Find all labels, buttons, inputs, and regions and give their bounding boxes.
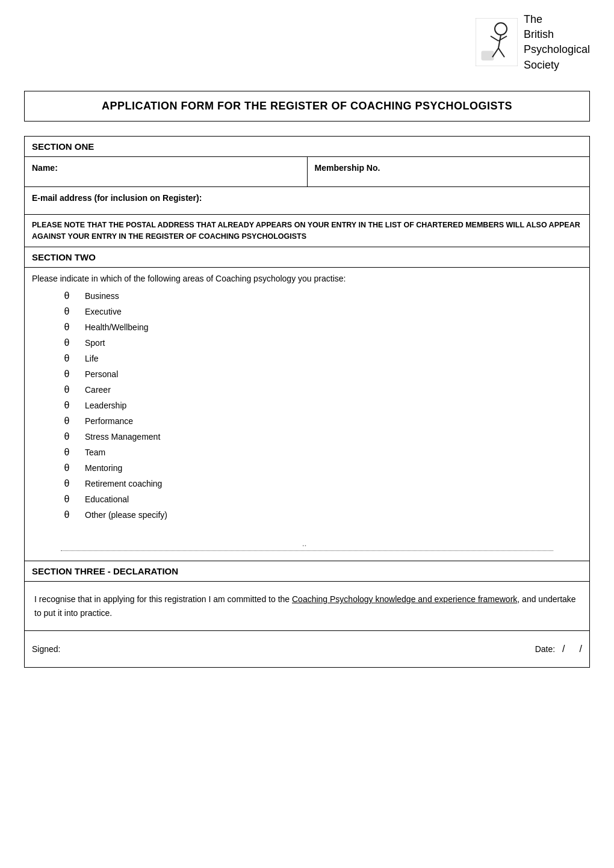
dotted-line-inner: ..: [61, 538, 553, 551]
list-item[interactable]: θHealth/Wellbeing: [61, 319, 582, 335]
date-label: Date:: [535, 644, 555, 654]
org-line4: Society: [524, 58, 590, 73]
logo-container: The British Psychological Society: [476, 12, 590, 73]
page-header: The British Psychological Society: [24, 12, 590, 79]
section-one-label: SECTION ONE: [32, 141, 94, 152]
area-label: Educational: [85, 494, 129, 504]
list-item[interactable]: θMentoring: [61, 460, 582, 476]
checkbox-symbol-icon: θ: [61, 447, 73, 458]
list-item[interactable]: θPersonal: [61, 366, 582, 382]
date-slash-2: /: [580, 644, 582, 654]
checkbox-symbol-icon: θ: [61, 494, 73, 505]
checkbox-symbol-icon: θ: [61, 337, 73, 348]
signed-date-row: Signed: Date: / /: [25, 631, 589, 667]
area-label: Stress Management: [85, 432, 160, 442]
list-item[interactable]: θStress Management: [61, 429, 582, 445]
checkbox-symbol-icon: θ: [61, 291, 73, 301]
area-label: Other (please specify): [85, 510, 167, 520]
membership-label: Membership No.: [315, 163, 380, 173]
area-label: Health/Wellbeing: [85, 322, 149, 332]
section-three-label: SECTION THREE - DECLARATION: [32, 566, 178, 576]
date-section: Date: / /: [535, 644, 582, 654]
section-three-header: SECTION THREE - DECLARATION: [25, 561, 589, 582]
notice-text: PLEASE NOTE THAT THE POSTAL ADDRESS THAT…: [32, 220, 582, 242]
area-label: Executive: [85, 307, 122, 316]
area-label: Life: [85, 354, 99, 363]
list-item[interactable]: θBusiness: [61, 288, 582, 304]
email-label: E-mail address (for inclusion on Registe…: [32, 193, 202, 203]
declaration-text-before: I recognise that in applying for this re…: [34, 594, 292, 604]
checkbox-symbol-icon: θ: [61, 322, 73, 333]
area-label: Personal: [85, 369, 118, 379]
list-item[interactable]: θCareer: [61, 382, 582, 398]
checkbox-symbol-icon: θ: [61, 509, 73, 520]
form-title-box: APPLICATION FORM FOR THE REGISTER OF COA…: [24, 91, 590, 122]
list-item[interactable]: θLeadership: [61, 398, 582, 413]
checkbox-symbol-icon: θ: [61, 353, 73, 364]
area-label: Career: [85, 385, 111, 395]
declaration-text-block: I recognise that in applying for this re…: [25, 582, 589, 631]
list-item[interactable]: θEducational: [61, 491, 582, 507]
date-slashes: / /: [562, 644, 582, 654]
notice-row: PLEASE NOTE THAT THE POSTAL ADDRESS THAT…: [25, 215, 589, 248]
declaration-link[interactable]: Coaching Psychology knowledge and experi…: [292, 594, 517, 604]
checkbox-symbol-icon: θ: [61, 463, 73, 473]
main-form: SECTION ONE Name: Membership No. E-mail …: [24, 136, 590, 668]
signed-label-text: Signed:: [32, 644, 60, 654]
area-label: Team: [85, 448, 105, 457]
checkbox-symbol-icon: θ: [61, 400, 73, 411]
svg-rect-7: [482, 51, 494, 60]
org-line1: The: [524, 12, 590, 27]
area-label: Business: [85, 291, 119, 301]
other-specify-line[interactable]: ..: [25, 529, 589, 561]
bps-logo-icon: [476, 18, 518, 66]
checkbox-symbol-icon: θ: [61, 384, 73, 395]
section-one-header: SECTION ONE: [25, 137, 589, 157]
list-item[interactable]: θOther (please specify): [61, 507, 582, 523]
list-item[interactable]: θLife: [61, 351, 582, 366]
coaching-areas-list: θBusinessθExecutiveθHealth/WellbeingθSpo…: [25, 286, 589, 529]
org-line2: British: [524, 27, 590, 42]
checkbox-symbol-icon: θ: [61, 306, 73, 317]
checkbox-symbol-icon: θ: [61, 431, 73, 442]
checkbox-symbol-icon: θ: [61, 478, 73, 489]
section-two-header: SECTION TWO: [25, 247, 589, 268]
list-item[interactable]: θPerformance: [61, 413, 582, 429]
list-item[interactable]: θRetirement coaching: [61, 476, 582, 491]
section-two-label: SECTION TWO: [32, 252, 96, 262]
form-title: APPLICATION FORM FOR THE REGISTER OF COA…: [37, 100, 577, 112]
email-row[interactable]: E-mail address (for inclusion on Registe…: [25, 187, 589, 215]
list-item[interactable]: θExecutive: [61, 304, 582, 319]
date-slash-1: /: [562, 644, 565, 654]
area-label: Leadership: [85, 401, 126, 410]
area-label: Performance: [85, 416, 133, 426]
checkbox-symbol-icon: θ: [61, 369, 73, 380]
org-line3: Psychological: [524, 42, 590, 57]
area-label: Mentoring: [85, 463, 122, 473]
list-item[interactable]: θTeam: [61, 445, 582, 460]
name-membership-row: Name: Membership No.: [25, 157, 589, 187]
area-label: Retirement coaching: [85, 479, 162, 488]
membership-field[interactable]: Membership No.: [307, 157, 590, 186]
area-label: Sport: [85, 338, 105, 348]
list-item[interactable]: θSport: [61, 335, 582, 351]
section-two-desc-text: Please indicate in which of the followin…: [32, 274, 346, 283]
name-label: Name:: [32, 163, 58, 173]
section-two-description: Please indicate in which of the followin…: [25, 268, 589, 286]
name-field[interactable]: Name:: [25, 157, 307, 186]
checkbox-symbol-icon: θ: [61, 416, 73, 426]
signed-label: Signed:: [32, 644, 535, 654]
org-name: The British Psychological Society: [524, 12, 590, 73]
